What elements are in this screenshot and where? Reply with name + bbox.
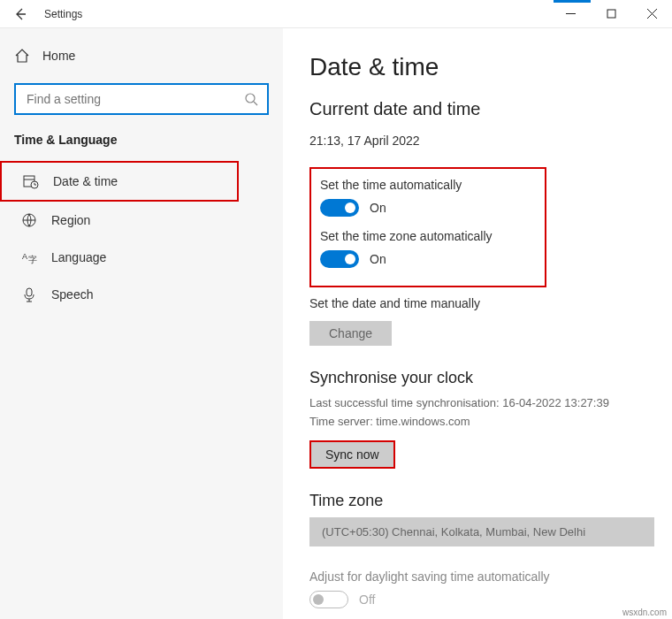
auto-zone-state: On <box>370 252 386 266</box>
dst-label: Adjust for daylight saving time automati… <box>309 569 645 584</box>
search-input[interactable] <box>25 91 244 107</box>
timezone-heading: Time zone <box>309 492 645 510</box>
minimize-button[interactable] <box>550 0 591 27</box>
auto-time-label: Set the time automatically <box>320 178 536 192</box>
sidebar-item-speech[interactable]: Speech <box>0 276 283 313</box>
sync-now-button[interactable]: Sync now <box>309 440 395 469</box>
sidebar-item-label: Date & time <box>53 174 118 188</box>
maximize-button[interactable] <box>591 0 631 27</box>
current-datetime-value: 21:13, 17 April 2022 <box>309 134 645 148</box>
manual-label: Set the date and time manually <box>309 296 645 310</box>
microphone-icon <box>21 287 37 302</box>
home-link[interactable]: Home <box>0 41 283 71</box>
language-icon: A字 <box>21 249 37 265</box>
sync-server: Time server: time.windows.com <box>309 413 645 432</box>
accent-strip <box>554 0 591 3</box>
sidebar-item-label: Language <box>51 250 106 264</box>
timezone-select: (UTC+05:30) Chennai, Kolkata, Mumbai, Ne… <box>309 517 654 546</box>
sidebar-item-date-time[interactable]: Date & time <box>0 161 239 202</box>
search-icon <box>244 92 258 106</box>
svg-text:A: A <box>22 252 27 261</box>
page-heading: Date & time <box>309 53 645 81</box>
close-icon <box>647 9 657 19</box>
auto-time-state: On <box>370 201 386 215</box>
search-box[interactable] <box>14 83 269 115</box>
close-button[interactable] <box>631 0 672 27</box>
home-icon <box>14 48 30 64</box>
dst-toggle <box>309 591 348 608</box>
maximize-icon <box>607 9 616 19</box>
sidebar-item-label: Speech <box>51 287 93 302</box>
globe-icon <box>21 212 37 228</box>
back-arrow-icon <box>13 7 27 21</box>
dst-state: Off <box>359 592 375 607</box>
window-title: Settings <box>41 8 550 20</box>
change-button: Change <box>309 321 392 346</box>
svg-text:字: 字 <box>28 255 37 264</box>
auto-zone-toggle[interactable] <box>320 250 359 268</box>
sidebar-item-region[interactable]: Region <box>0 202 283 239</box>
auto-toggles-highlight: Set the time automatically On Set the ti… <box>309 167 546 287</box>
calendar-clock-icon <box>23 173 39 189</box>
minimize-icon <box>566 9 576 19</box>
category-header: Time & Language <box>14 133 269 147</box>
sync-last-time: Last successful time synchronisation: 16… <box>309 394 645 413</box>
section-current-datetime: Current date and time <box>309 99 645 119</box>
svg-point-1 <box>246 94 255 103</box>
svg-rect-0 <box>607 10 615 18</box>
sync-heading: Synchronise your clock <box>309 369 645 387</box>
svg-rect-7 <box>27 288 32 296</box>
watermark: wsxdn.com <box>622 608 667 617</box>
home-label: Home <box>42 49 75 63</box>
auto-zone-label: Set the time zone automatically <box>320 229 536 243</box>
auto-time-toggle[interactable] <box>320 199 359 217</box>
sidebar-item-label: Region <box>51 213 90 227</box>
back-button[interactable] <box>0 0 41 27</box>
sidebar-item-language[interactable]: A字 Language <box>0 239 283 276</box>
